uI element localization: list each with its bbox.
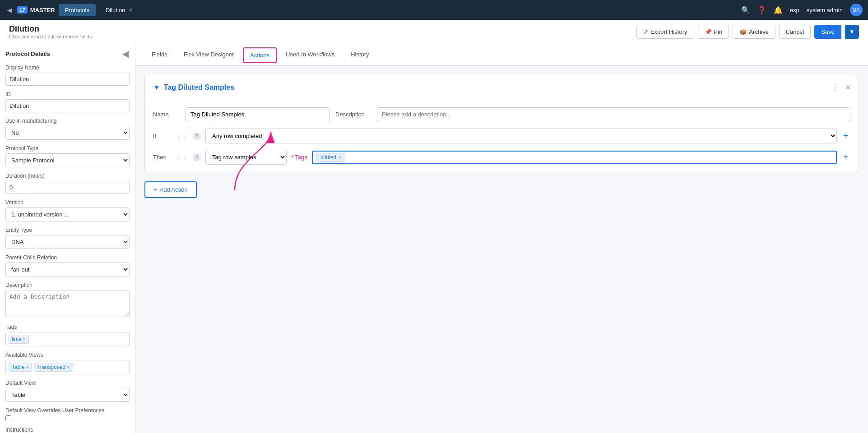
main-layout: Protocol Details ◀| Display Name ID Use … [0,44,868,433]
tags-label: Tags [5,324,130,330]
default-view-select[interactable]: Table Transposed [5,388,130,402]
default-view-overrides-label: Default View Overrides User Preferences [5,407,130,414]
version-field: Version 1. unpinned version ... [5,199,130,221]
action-card-header: ▼ Tag Diluted Samples ⋮ × [145,75,859,100]
page-subtitle: Click and drag to edit or reorder fields [9,34,92,39]
tab-history[interactable]: History [343,46,376,64]
action-menu-button[interactable]: ⋮ [828,82,842,93]
then-tag-diluted-close[interactable]: × [338,155,341,160]
protocol-type-label: Protocol Type [5,145,130,152]
add-action-button[interactable]: + Add Action [144,181,197,198]
tags-field: Tags lims × [5,324,130,346]
use-in-manufacturing-select[interactable]: No Yes [5,126,130,140]
tab-flex-view-designer[interactable]: Flex View Designer [176,46,241,64]
available-views-label: Available Views [5,352,130,358]
search-icon[interactable]: 🔍 [741,6,750,14]
tag-lims-close[interactable]: × [23,336,25,342]
action-card-title: Tag Diluted Samples [164,83,825,92]
parent-child-relation-label: Parent-Child Relation [5,254,130,261]
nav-logo-icon: L7 [17,6,28,14]
then-plus-button[interactable]: + [841,152,850,162]
nav-tab-dilution-label: Dilution [106,7,125,14]
nav-username: system admin [807,7,843,14]
default-view-overrides-checkbox[interactable] [5,415,11,421]
display-name-input[interactable] [5,73,130,86]
then-tags-input-container[interactable]: diluted × [312,151,837,164]
description-label: Description [5,282,130,288]
action-name-input[interactable] [186,107,330,121]
tag-lims-label: lims [12,336,21,342]
tag-table: Table × [9,363,32,372]
if-drag-handle[interactable]: ⋮⋮ [176,133,188,140]
nav-tab-dilution[interactable]: Dilution × [99,4,140,16]
action-expand-icon[interactable]: ▼ [153,83,160,92]
archive-icon: 📦 [739,28,747,35]
duration-field: Duration (hours) [5,173,130,194]
archive-button[interactable]: 📦 Archive [733,25,775,39]
sidebar-collapse-button[interactable]: ◀| [122,50,130,58]
if-condition-select[interactable]: Any row completed Any row started All ro… [205,129,837,143]
entity-type-label: Entity Type [5,227,130,233]
then-drag-handle[interactable]: ⋮⋮ [176,154,188,161]
entity-type-select[interactable]: DNA RNA [5,235,130,249]
sidebar: Protocol Details ◀| Display Name ID Use … [0,44,135,433]
default-view-overrides-field: Default View Overrides User Preferences [5,407,130,421]
then-condition-row: Then ⋮⋮ ? Tag row samples Untag row samp… [153,150,850,165]
available-views-container[interactable]: Table × Transposed × [5,360,130,374]
use-in-manufacturing-field: Use in manufacturing No Yes [5,118,130,140]
instructions-label: Instructions [5,427,130,433]
if-help-icon[interactable]: ? [193,132,201,140]
nav-tab-protocols[interactable]: Protocols [59,4,96,16]
save-button[interactable]: Save [814,25,841,39]
export-icon: ↗ [643,28,648,35]
top-nav: ◀ L7 MASTER Protocols Dilution × 🔍 ❓ 🔔 e… [0,0,868,20]
id-label: ID [5,91,130,97]
pin-button[interactable]: 📌 Pin [698,25,729,39]
parent-child-relation-field: Parent-Child Relation fan-out fan-in [5,254,130,276]
export-history-button[interactable]: ↗ Export History [636,25,694,39]
protocol-type-select[interactable]: Sample Protocol Other [5,153,130,167]
tab-used-in-workflows[interactable]: Used In Workflows [279,46,342,64]
use-in-manufacturing-label: Use in manufacturing [5,118,130,124]
tag-transposed-close[interactable]: × [67,364,70,370]
avatar: SA [850,4,863,16]
cancel-button[interactable]: Cancel [779,25,811,39]
action-card: ▼ Tag Diluted Samples ⋮ × Name Descripti… [144,75,859,172]
help-icon[interactable]: ❓ [757,6,766,14]
sidebar-title: Protocol Details [5,51,50,57]
action-name-row: Name Description [153,107,850,121]
then-help-icon[interactable]: ? [193,153,201,161]
add-action-label: Add Action [160,186,188,193]
pin-icon: 📌 [705,28,712,35]
display-name-label: Display Name [5,64,130,71]
version-select[interactable]: 1. unpinned version ... [5,207,130,221]
tab-fields[interactable]: Fields [144,46,175,64]
if-plus-button[interactable]: + [841,131,850,141]
nav-back-button[interactable]: ◀ [5,5,14,15]
tab-bar: Fields Flex View Designer Actions Used I… [135,44,868,66]
action-description-input[interactable] [377,107,850,121]
then-tag-diluted-label: diluted [320,154,336,161]
bell-icon[interactable]: 🔔 [774,6,783,14]
id-input[interactable] [5,99,130,112]
then-action-select[interactable]: Tag row samples Untag row samples Set fi… [205,150,287,165]
duration-input[interactable] [5,181,130,194]
tag-table-close[interactable]: × [26,364,29,370]
nav-tab-close-button[interactable]: × [128,6,133,14]
then-label: Then [153,154,171,161]
default-view-field: Default View Table Transposed [5,380,130,402]
description-textarea[interactable] [5,290,130,317]
tags-container[interactable]: lims × [5,332,130,346]
tag-lims: lims × [9,335,29,344]
parent-child-relation-select[interactable]: fan-out fan-in [5,263,130,276]
save-dropdown-button[interactable]: ▼ [845,25,859,39]
action-close-button[interactable]: × [845,83,850,92]
action-card-body: Name Description If ⋮⋮ ? Any row complet… [145,100,859,172]
instructions-field: Instructions [5,427,130,433]
if-label: If [153,133,171,139]
nav-logo: L7 MASTER [17,6,55,14]
tab-actions[interactable]: Actions [243,47,277,63]
then-tags-label: * Tags [291,154,307,161]
id-field: ID [5,91,130,112]
display-name-field: Display Name [5,64,130,86]
